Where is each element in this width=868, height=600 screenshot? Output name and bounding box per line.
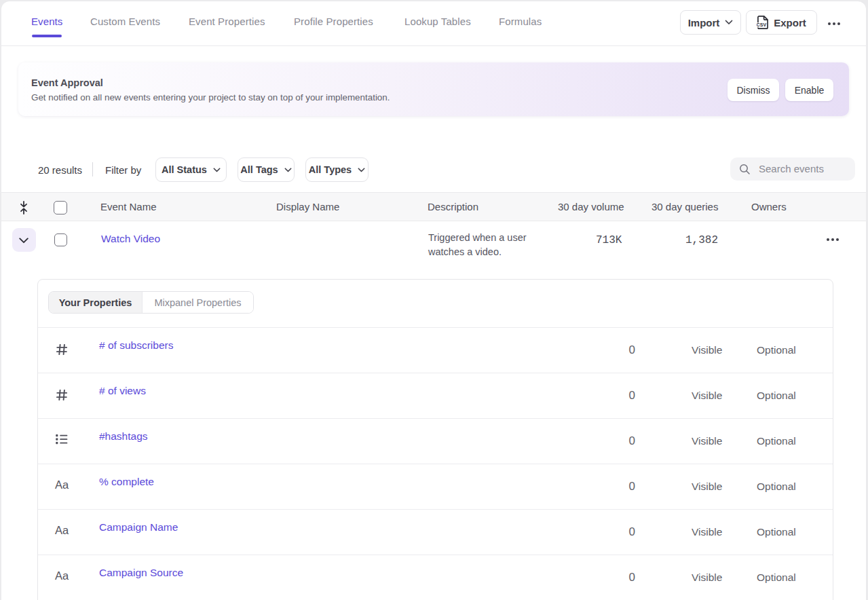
svg-text:CSV: CSV (757, 22, 767, 27)
